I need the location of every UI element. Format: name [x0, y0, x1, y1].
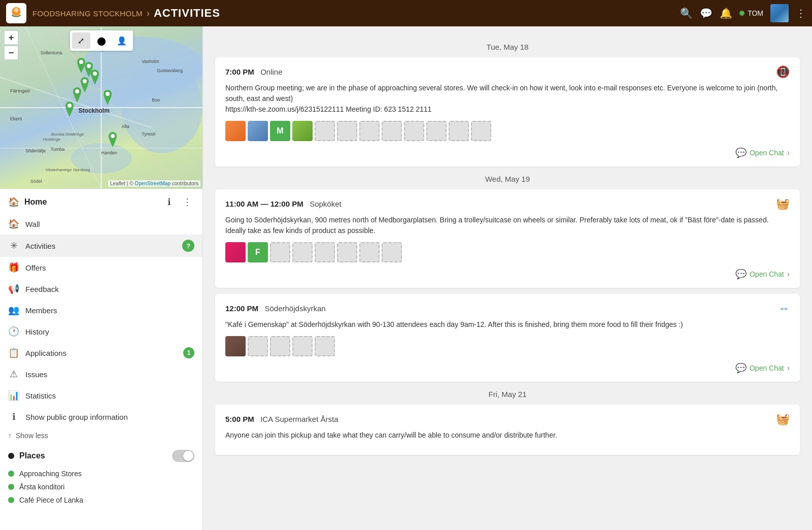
nav-label-public-info: Show public group information [25, 413, 194, 421]
activity-desc-2: Going to Söderhöjdskyrkan, 900 metres no… [225, 215, 790, 236]
activity-time-loc-2: 11:00 AM — 12:00 PM Sopköket [225, 200, 342, 209]
avatar-1-empty-1 [315, 121, 335, 141]
nav-label-issues: Issues [25, 370, 194, 379]
members-icon: 👥 [8, 305, 19, 316]
activity-location-4: ICA Supermarket Årsta [260, 415, 338, 423]
map-ctrl-person[interactable]: 👤 [113, 32, 131, 49]
show-less-button[interactable]: ↑ Show less [0, 427, 56, 444]
sidebar-item-activities[interactable]: ✳ Activities ? [0, 235, 202, 257]
place-dot-arsta [8, 484, 14, 490]
svg-text:Huddinge: Huddinge [43, 137, 61, 142]
date-header-tue-may18: Tue, May 18 [215, 43, 800, 51]
svg-text:Södertälje: Södertälje [25, 148, 46, 153]
sidebar-item-applications[interactable]: 📋 Applications 1 [0, 342, 202, 363]
activity-time-loc-1: 7:00 PM Online [225, 68, 283, 77]
place-dot-cafe [8, 497, 14, 503]
more-options-button[interactable]: ⋮ [180, 195, 194, 209]
toggle-thumb [183, 451, 193, 461]
public-info-icon: ℹ [8, 411, 19, 422]
map-marker-6[interactable] [101, 90, 114, 105]
group-name[interactable]: FOODSHARING STOCKHOLM [32, 9, 143, 18]
zoom-in-button[interactable]: + [4, 30, 18, 45]
place-label-cafe: Café Piece of Lanka [19, 496, 83, 504]
chat-icon-1: 💬 [735, 147, 747, 158]
activity-icon-3: ↔ [779, 302, 790, 315]
main-layout: Sollentuna Danderyd Vaxholm Färingsö Sto… [0, 26, 812, 530]
activity-avatars-1: M [225, 121, 790, 141]
activity-card-4-header: 5:00 PM ICA Supermarket Årsta 🧺 [225, 413, 790, 426]
avatar[interactable] [770, 4, 789, 22]
avatar-1-empty-6 [426, 121, 447, 141]
avatar-1-empty-8 [471, 121, 491, 141]
sidebar-item-statistics[interactable]: 📊 Statistics [0, 385, 202, 406]
activity-time-loc-3: 12:00 PM Söderhöjdskyrkan [225, 304, 326, 313]
topbar-actions: 🔍 💬 🔔 TOM ⋮ [680, 4, 806, 22]
wall-icon: 🏠 [8, 218, 19, 229]
map-marker-5[interactable] [71, 87, 83, 103]
avatar-3-1 [225, 336, 246, 356]
map-ctrl-center[interactable]: ⬤ [92, 32, 111, 49]
sidebar-home-section: 🏠 Home ℹ ⋮ [0, 189, 202, 213]
place-item-arsta[interactable]: Årsta konditori [8, 480, 194, 493]
breadcrumb-chevron: › [147, 8, 150, 19]
app-logo[interactable] [6, 3, 26, 23]
open-chat-button-2[interactable]: 💬 Open Chat › [735, 269, 790, 280]
places-toggle[interactable] [172, 450, 194, 462]
sidebar-item-history[interactable]: 🕐 History [0, 321, 202, 342]
chat-chevron-2: › [787, 270, 790, 279]
zoom-out-button[interactable]: − [4, 46, 18, 60]
sidebar-item-members[interactable]: 👥 Members [0, 300, 202, 321]
sidebar-item-feedback[interactable]: 📢 Feedback [0, 278, 202, 300]
offers-icon: 🎁 [8, 262, 19, 273]
svg-text:Tyresö: Tyresö [142, 131, 155, 137]
place-dot-approaching [8, 471, 14, 477]
place-item-cafe[interactable]: Café Piece of Lanka [8, 493, 194, 507]
svg-text:Boo: Boo [152, 97, 160, 103]
nav-label-wall: Wall [25, 220, 194, 228]
openstreetmap-link[interactable]: OpenStreetMap [134, 181, 171, 186]
open-chat-button-3[interactable]: 💬 Open Chat › [735, 362, 790, 374]
sidebar-item-public-info[interactable]: ℹ Show public group information [0, 406, 202, 427]
applications-badge: 1 [183, 347, 194, 358]
svg-point-2 [14, 8, 19, 12]
svg-point-34 [75, 89, 79, 93]
search-icon[interactable]: 🔍 [680, 7, 693, 19]
map-ctrl-expand[interactable]: ⤢ [72, 32, 90, 49]
activities-icon: ✳ [8, 240, 19, 251]
sidebar-item-offers[interactable]: 🎁 Offers [0, 257, 202, 278]
sidebar-item-wall[interactable]: 🏠 Wall [0, 213, 202, 235]
avatar-2-1 [225, 242, 246, 262]
activity-card-2-header: 11:00 AM — 12:00 PM Sopköket 🧺 [225, 197, 790, 211]
map-marker-8[interactable] [107, 132, 119, 147]
map-marker-7[interactable] [63, 102, 76, 117]
activity-desc-4: Anyone can join this pickup and take wha… [225, 430, 790, 441]
notifications-icon[interactable]: 🔔 [720, 7, 732, 19]
activity-time-4: 5:00 PM [225, 415, 254, 423]
nav-label-activities: Activities [25, 242, 176, 250]
main-content: Tue, May 18 7:00 PM Online 📵 Northern Gr… [203, 26, 812, 530]
avatar-3-empty-3 [292, 336, 313, 356]
map-layer-controls: ⤢ ⬤ 👤 [70, 30, 133, 51]
open-chat-label-3: Open Chat [750, 364, 784, 372]
activities-help-button[interactable]: ? [182, 240, 194, 252]
activity-avatars-3 [225, 336, 790, 356]
avatar-1-empty-4 [382, 121, 402, 141]
page-title: ACTIVITIES [154, 7, 220, 20]
place-item-approaching-stores[interactable]: Approaching Stores [8, 467, 194, 480]
activity-location-3: Söderhöjdskyrkan [265, 304, 326, 313]
info-button[interactable]: ℹ [162, 195, 176, 209]
home-section-icon: 🏠 [8, 196, 19, 208]
activity-card-3-footer: 💬 Open Chat › [225, 362, 790, 374]
avatar-2-empty-4 [337, 242, 357, 262]
map-attribution: Leaflet | © OpenStreetMap contributors [108, 180, 200, 187]
avatar-1-empty-7 [449, 121, 469, 141]
topbar: FOODSHARING STOCKHOLM › ACTIVITIES 🔍 💬 🔔… [0, 0, 812, 26]
messages-icon[interactable]: 💬 [700, 7, 713, 19]
user-profile[interactable]: TOM [739, 9, 763, 17]
sidebar-section-title: Home [24, 197, 47, 207]
more-menu-icon[interactable]: ⋮ [796, 7, 806, 19]
open-chat-button-1[interactable]: 💬 Open Chat › [735, 147, 790, 158]
chat-icon-3: 💬 [735, 362, 747, 374]
sidebar-item-issues[interactable]: ⚠ Issues [0, 363, 202, 385]
svg-point-37 [111, 134, 115, 138]
